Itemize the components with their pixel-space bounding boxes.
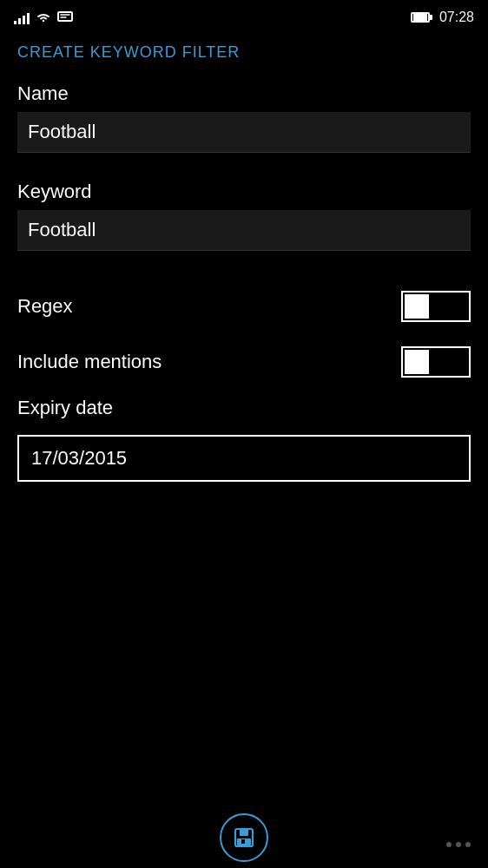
dot-1	[446, 842, 452, 847]
expiry-date-input[interactable]	[17, 435, 471, 482]
clock: 07:28	[439, 10, 474, 25]
dot-2	[456, 842, 461, 847]
message-icon	[57, 11, 73, 23]
regex-toggle-knob	[405, 294, 429, 319]
wifi-icon	[35, 10, 52, 24]
svg-rect-0	[58, 12, 72, 21]
save-button[interactable]	[220, 813, 268, 862]
main-content: CREATE KEYWORD FILTER Name Keyword Regex…	[0, 35, 488, 490]
name-section: Name	[17, 82, 471, 174]
expiry-label: Expiry date	[17, 397, 471, 419]
battery-icon	[411, 12, 432, 23]
regex-toggle[interactable]	[401, 291, 471, 322]
include-mentions-toggle-knob	[405, 350, 429, 374]
dot-3	[465, 842, 471, 847]
signal-icon	[14, 10, 30, 24]
more-options[interactable]	[446, 842, 471, 847]
page-title: CREATE KEYWORD FILTER	[17, 43, 471, 62]
svg-rect-4	[241, 839, 245, 844]
name-label: Name	[17, 82, 471, 105]
regex-row: Regex	[17, 279, 471, 334]
status-right: 07:28	[411, 10, 474, 25]
status-left	[14, 10, 73, 24]
include-mentions-label: Include mentions	[17, 351, 162, 373]
keyword-section: Keyword	[17, 181, 471, 272]
include-mentions-toggle[interactable]	[401, 346, 471, 378]
expiry-section: Expiry date	[17, 397, 471, 482]
save-icon	[232, 825, 256, 850]
regex-label: Regex	[17, 295, 73, 318]
bottom-bar	[0, 807, 488, 868]
keyword-label: Keyword	[17, 181, 471, 203]
name-input[interactable]	[17, 112, 471, 153]
keyword-input[interactable]	[17, 210, 471, 251]
include-mentions-row: Include mentions	[17, 334, 471, 390]
svg-rect-2	[240, 829, 248, 836]
status-bar: 07:28	[0, 0, 488, 35]
